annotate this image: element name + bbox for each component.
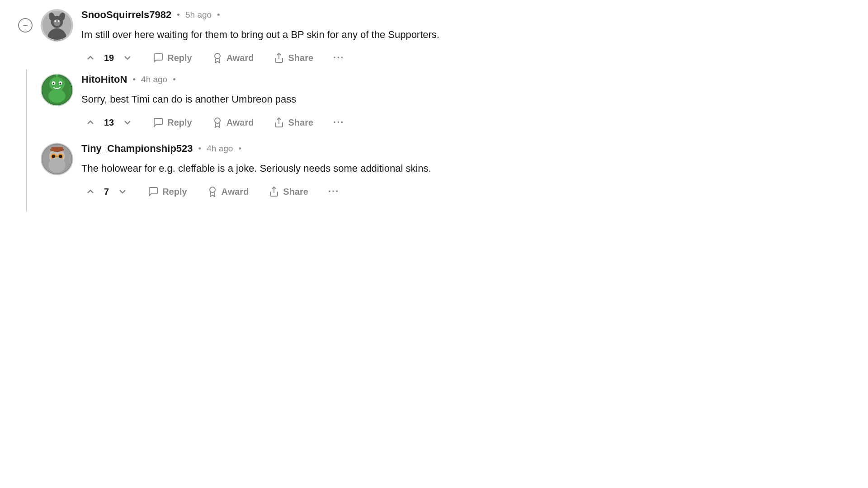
vote-group: 13 xyxy=(81,115,137,130)
vote-count: 13 xyxy=(104,117,114,128)
share-label: Share xyxy=(288,53,313,63)
svg-point-17 xyxy=(60,83,61,84)
award-label: Award xyxy=(222,187,249,197)
reply-action-bar: 13 Repl xyxy=(81,115,651,130)
reply-bubble-icon xyxy=(153,52,164,63)
share-icon xyxy=(274,52,284,63)
username: SnooSquirrels7982 xyxy=(81,9,171,21)
reply-button[interactable]: Reply xyxy=(149,115,195,130)
svg-point-20 xyxy=(56,74,58,76)
reply-row: Tiny_Championship523 • 4h ago • The holo… xyxy=(41,143,651,199)
reply-body: HitoHitoN • 4h ago • Sorry, best Timi ca… xyxy=(81,74,651,130)
vote-group: 7 xyxy=(81,184,132,199)
separator-dot: • xyxy=(177,10,180,20)
reply-username: Tiny_Championship523 xyxy=(81,143,193,155)
downvote-button[interactable] xyxy=(113,184,132,199)
award-icon xyxy=(212,117,223,128)
thread-line-container: HitoHitoN • 4h ago • Sorry, best Timi ca… xyxy=(18,69,651,212)
comment-body: SnooSquirrels7982 • 5h ago • Im still ov… xyxy=(81,9,651,66)
reply-comment: Tiny_Championship523 • 4h ago • The holo… xyxy=(41,143,651,199)
reply-timestamp: 4h ago xyxy=(207,144,233,154)
downvote-button[interactable] xyxy=(118,115,137,130)
downvote-icon xyxy=(122,117,133,128)
reply-label: Reply xyxy=(167,117,192,128)
award-label: Award xyxy=(226,117,254,128)
share-icon xyxy=(274,117,284,128)
reply-body: Tiny_Championship523 • 4h ago • The holo… xyxy=(81,143,651,199)
share-button[interactable]: Share xyxy=(265,184,312,199)
comment-header: SnooSquirrels7982 • 5h ago • xyxy=(81,9,651,21)
upvote-button[interactable] xyxy=(81,115,99,130)
award-icon xyxy=(207,186,218,197)
reply-text: The holowear for e.g. cleffable is a jok… xyxy=(81,161,651,176)
share-label: Share xyxy=(288,117,313,128)
reply-label: Reply xyxy=(162,187,187,197)
reply-label: Reply xyxy=(167,53,192,63)
award-button[interactable]: Award xyxy=(208,115,258,130)
upvote-icon xyxy=(85,52,96,63)
top-comment-row: − SnooSquirrels7982 xyxy=(18,9,651,66)
replies-container: HitoHitoN • 4h ago • Sorry, best Timi ca… xyxy=(41,69,651,212)
reply-button[interactable]: Reply xyxy=(144,184,190,199)
reply-button[interactable]: Reply xyxy=(149,51,195,65)
svg-point-6 xyxy=(54,20,56,22)
action-bar: 19 Reply xyxy=(81,50,651,66)
avatar xyxy=(41,9,73,42)
share-button[interactable]: Share xyxy=(270,115,317,130)
share-button[interactable]: Share xyxy=(270,51,317,65)
award-button[interactable]: Award xyxy=(203,184,253,199)
svg-point-16 xyxy=(53,83,55,84)
reply-action-bar: 7 Reply xyxy=(81,184,651,199)
share-label: Share xyxy=(283,187,308,197)
reply-row: HitoHitoN • 4h ago • Sorry, best Timi ca… xyxy=(41,74,651,130)
more-button[interactable]: ··· xyxy=(330,50,348,66)
svg-point-18 xyxy=(48,89,66,103)
svg-point-9 xyxy=(215,53,220,59)
separator-dot-2: • xyxy=(238,144,241,154)
avatar xyxy=(41,74,73,106)
reply-header: Tiny_Championship523 • 4h ago • xyxy=(81,143,651,155)
svg-point-7 xyxy=(58,20,60,22)
comment-thread: − SnooSquirrels7982 xyxy=(18,9,651,212)
separator-dot: • xyxy=(198,144,202,154)
thread-line xyxy=(26,69,27,212)
upvote-icon xyxy=(85,117,96,128)
svg-point-34 xyxy=(210,187,215,192)
svg-point-21 xyxy=(215,118,220,123)
downvote-icon xyxy=(122,52,133,63)
vote-group: 19 xyxy=(81,51,137,65)
upvote-icon xyxy=(85,186,96,197)
award-icon xyxy=(212,52,223,63)
more-button[interactable]: ··· xyxy=(330,115,348,130)
svg-point-5 xyxy=(53,19,60,26)
separator-dot-2: • xyxy=(217,10,220,20)
upvote-button[interactable] xyxy=(81,184,99,199)
award-label: Award xyxy=(226,53,254,63)
svg-point-32 xyxy=(48,157,66,173)
avatar xyxy=(41,143,73,175)
downvote-button[interactable] xyxy=(118,51,137,65)
vote-count: 19 xyxy=(104,53,114,63)
reply-username: HitoHitoN xyxy=(81,74,127,85)
upvote-button[interactable] xyxy=(81,51,99,65)
comment-text: Im still over here waiting for them to b… xyxy=(81,27,651,42)
share-icon xyxy=(269,186,279,197)
vote-count: 7 xyxy=(104,187,109,197)
downvote-icon xyxy=(117,186,128,197)
reply-timestamp: 4h ago xyxy=(141,75,167,84)
svg-rect-26 xyxy=(51,147,63,151)
reply-bubble-icon xyxy=(153,117,164,128)
reply-bubble-icon xyxy=(148,186,159,197)
collapse-button[interactable]: − xyxy=(18,18,33,33)
more-button[interactable]: ··· xyxy=(325,184,343,199)
reply-text: Sorry, best Timi can do is another Umbre… xyxy=(81,92,651,107)
reply-comment: HitoHitoN • 4h ago • Sorry, best Timi ca… xyxy=(41,74,651,130)
timestamp: 5h ago xyxy=(185,10,212,20)
separator-dot-2: • xyxy=(173,75,176,84)
reply-header: HitoHitoN • 4h ago • xyxy=(81,74,651,85)
separator-dot: • xyxy=(132,75,136,84)
award-button[interactable]: Award xyxy=(208,51,258,65)
